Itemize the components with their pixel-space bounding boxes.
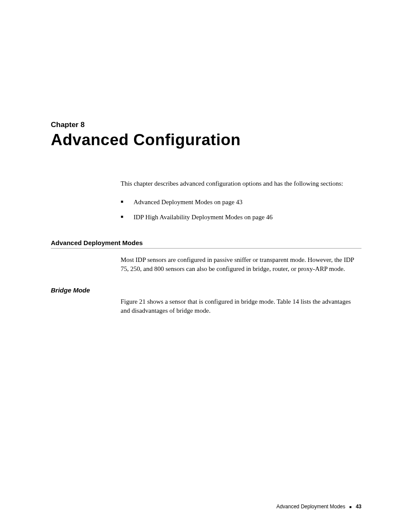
page-number: 43 [356,504,361,510]
page: Chapter 8 Advanced Configuration This ch… [0,0,411,532]
toc-item: IDP High Availability Deployment Modes o… [121,213,361,222]
section-body: Most IDP sensors are configured in passi… [121,255,361,274]
toc-item: Advanced Deployment Modes on page 43 [121,198,361,207]
subsection-body: Figure 21 shows a sensor that is configu… [121,297,361,315]
chapter-title: Advanced Configuration [51,131,361,149]
square-bullet-icon: ■ [349,505,352,509]
footer-section-name: Advanced Deployment Modes [276,504,345,510]
section-toc: Advanced Deployment Modes on page 43 IDP… [121,198,361,222]
section-heading-advanced-deployment: Advanced Deployment Modes [51,239,361,249]
chapter-label: Chapter 8 [51,121,361,129]
page-footer: Advanced Deployment Modes ■ 43 [276,504,361,510]
intro-text: This chapter describes advanced configur… [121,179,361,188]
subsection-heading-bridge-mode: Bridge Mode [51,286,361,294]
